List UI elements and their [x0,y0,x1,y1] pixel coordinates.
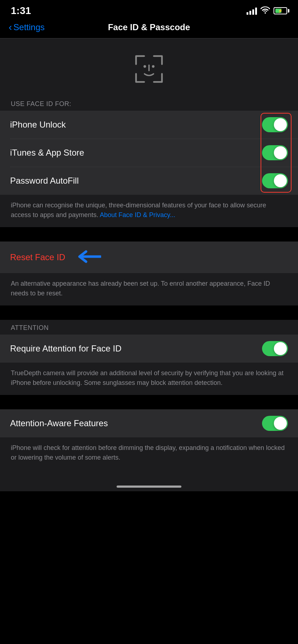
blue-arrow-annotation [72,249,101,266]
alternative-text: An alternative appearance has already be… [0,273,298,305]
reset-face-id-label: Reset Face ID [10,252,65,262]
awareness-settings-group: Attention-Aware Features [0,409,298,437]
use-face-id-label: USE FACE ID FOR: [0,96,298,111]
itunes-appstore-label: iTunes & App Store [10,148,84,158]
battery-icon: ⚡ [274,7,287,14]
signal-icon [247,7,257,15]
toggle-knob [274,146,287,159]
attention-settings-group: Require Attention for Face ID [0,335,298,363]
toggle-knob [274,342,287,355]
face-id-description: iPhone can recognise the unique, three-d… [0,195,298,227]
status-bar: 1:31 ⚡ [0,0,298,19]
back-button[interactable]: ‹ Settings [9,22,45,32]
iphone-unlock-label: iPhone Unlock [10,120,66,130]
reset-face-id-row[interactable]: Reset Face ID [0,242,298,273]
back-arrow-icon: ‹ [9,22,12,32]
face-id-settings-group: iPhone Unlock iTunes & App Store Passwor… [0,111,298,195]
require-attention-row[interactable]: Require Attention for Face ID [0,335,298,363]
iphone-unlock-toggle[interactable] [262,117,288,132]
face-id-privacy-link[interactable]: About Face ID & Privacy... [100,211,175,218]
status-time: 1:31 [11,5,31,17]
attention-aware-toggle[interactable] [262,416,288,431]
password-autofill-toggle[interactable] [262,173,288,188]
section-gap-3 [0,395,298,409]
toggle-knob [274,174,287,187]
wifi-icon [261,6,270,15]
password-autofill-row[interactable]: Password AutoFill [0,167,298,195]
require-attention-label: Require Attention for Face ID [10,344,122,354]
toggle-knob [274,118,287,131]
status-icons: ⚡ [247,6,287,15]
attention-aware-row[interactable]: Attention-Aware Features [0,409,298,437]
toggle-knob [274,417,287,430]
face-id-icon [133,53,165,85]
nav-bar: ‹ Settings Face ID & Passcode [0,19,298,38]
home-indicator-bar [0,470,298,491]
home-indicator [117,486,181,488]
attention-description: TrueDepth camera will provide an additio… [0,363,298,395]
section-gap-2 [0,305,298,320]
password-autofill-label: Password AutoFill [10,176,79,186]
face-id-icon-section [0,38,298,96]
require-attention-toggle[interactable] [262,341,288,356]
svg-point-0 [144,65,146,68]
awareness-description: iPhone will check for attention before d… [0,437,298,470]
section-gap-1 [0,227,298,242]
itunes-appstore-row[interactable]: iTunes & App Store [0,139,298,167]
iphone-unlock-row[interactable]: iPhone Unlock [0,111,298,139]
page-title: Face ID & Passcode [108,22,190,32]
attention-label: ATTENTION [0,320,298,335]
itunes-appstore-toggle[interactable] [262,145,288,160]
svg-point-1 [152,65,154,68]
attention-aware-label: Attention-Aware Features [10,418,108,428]
